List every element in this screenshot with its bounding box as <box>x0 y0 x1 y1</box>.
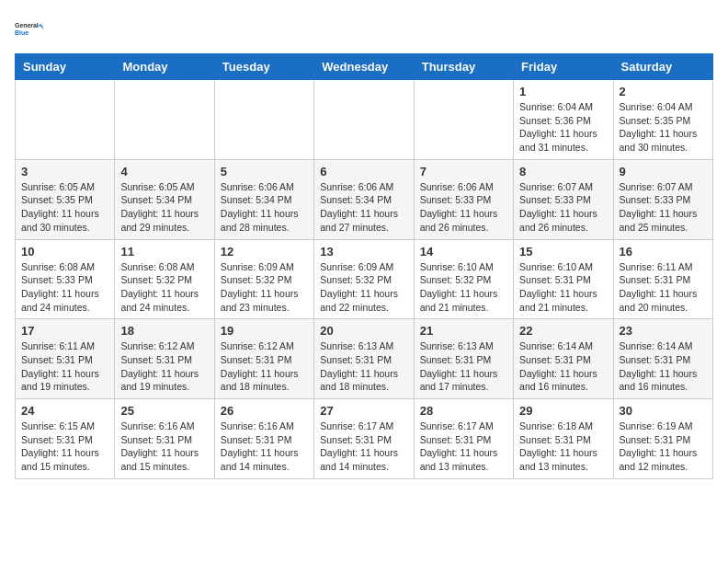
calendar-cell: 12Sunrise: 6:09 AM Sunset: 5:32 PM Dayli… <box>214 239 313 319</box>
calendar-cell: 26Sunrise: 6:16 AM Sunset: 5:31 PM Dayli… <box>214 399 313 479</box>
day-info: Sunrise: 6:13 AM Sunset: 5:31 PM Dayligh… <box>320 339 407 394</box>
calendar-cell: 29Sunrise: 6:18 AM Sunset: 5:31 PM Dayli… <box>514 399 613 479</box>
calendar-cell: 21Sunrise: 6:13 AM Sunset: 5:31 PM Dayli… <box>414 319 513 399</box>
day-number: 28 <box>420 404 507 418</box>
day-info: Sunrise: 6:06 AM Sunset: 5:34 PM Dayligh… <box>320 180 407 235</box>
day-info: Sunrise: 6:06 AM Sunset: 5:33 PM Dayligh… <box>420 180 507 235</box>
day-info: Sunrise: 6:07 AM Sunset: 5:33 PM Dayligh… <box>519 180 607 235</box>
column-header-thursday: Thursday <box>414 54 513 80</box>
day-number: 19 <box>221 324 308 338</box>
day-number: 16 <box>620 245 707 259</box>
calendar-cell: 2Sunrise: 6:04 AM Sunset: 5:35 PM Daylig… <box>613 80 712 160</box>
calendar-cell: 23Sunrise: 6:14 AM Sunset: 5:31 PM Dayli… <box>613 319 712 399</box>
svg-marker-2 <box>40 24 44 29</box>
calendar-cell <box>16 80 115 160</box>
day-info: Sunrise: 6:14 AM Sunset: 5:31 PM Dayligh… <box>519 339 607 394</box>
calendar-cell: 6Sunrise: 6:06 AM Sunset: 5:34 PM Daylig… <box>314 159 414 239</box>
column-header-friday: Friday <box>514 54 613 80</box>
day-number: 2 <box>620 85 707 98</box>
calendar-header-row: SundayMondayTuesdayWednesdayThursdayFrid… <box>16 54 713 80</box>
day-number: 11 <box>120 245 208 259</box>
day-number: 18 <box>120 324 208 338</box>
day-number: 25 <box>120 404 208 418</box>
day-info: Sunrise: 6:17 AM Sunset: 5:31 PM Dayligh… <box>320 419 407 474</box>
day-info: Sunrise: 6:06 AM Sunset: 5:34 PM Dayligh… <box>221 180 308 235</box>
day-info: Sunrise: 6:05 AM Sunset: 5:34 PM Dayligh… <box>120 180 208 235</box>
day-number: 20 <box>320 324 407 338</box>
calendar-cell: 28Sunrise: 6:17 AM Sunset: 5:31 PM Dayli… <box>414 399 513 479</box>
logo-icon: General Blue <box>15 15 44 44</box>
day-info: Sunrise: 6:14 AM Sunset: 5:31 PM Dayligh… <box>620 339 707 394</box>
calendar-week-2: 10Sunrise: 6:08 AM Sunset: 5:33 PM Dayli… <box>16 239 713 319</box>
calendar-cell: 8Sunrise: 6:07 AM Sunset: 5:33 PM Daylig… <box>514 159 613 239</box>
day-info: Sunrise: 6:16 AM Sunset: 5:31 PM Dayligh… <box>120 419 208 474</box>
day-number: 5 <box>221 165 308 178</box>
calendar-cell: 15Sunrise: 6:10 AM Sunset: 5:31 PM Dayli… <box>514 239 613 319</box>
column-header-saturday: Saturday <box>613 54 712 80</box>
day-number: 12 <box>221 245 308 259</box>
day-info: Sunrise: 6:16 AM Sunset: 5:31 PM Dayligh… <box>221 419 308 474</box>
column-header-monday: Monday <box>115 54 214 80</box>
day-info: Sunrise: 6:18 AM Sunset: 5:31 PM Dayligh… <box>519 419 607 474</box>
calendar-cell <box>214 80 313 160</box>
calendar-cell: 16Sunrise: 6:11 AM Sunset: 5:31 PM Dayli… <box>613 239 712 319</box>
calendar-body: 1Sunrise: 6:04 AM Sunset: 5:36 PM Daylig… <box>16 80 713 479</box>
day-number: 8 <box>519 165 607 178</box>
day-number: 23 <box>620 324 707 338</box>
calendar-cell: 5Sunrise: 6:06 AM Sunset: 5:34 PM Daylig… <box>214 159 313 239</box>
day-info: Sunrise: 6:09 AM Sunset: 5:32 PM Dayligh… <box>221 260 308 315</box>
day-number: 3 <box>21 165 108 178</box>
calendar-cell: 19Sunrise: 6:12 AM Sunset: 5:31 PM Dayli… <box>214 319 313 399</box>
column-header-tuesday: Tuesday <box>214 54 313 80</box>
calendar-cell <box>414 80 513 160</box>
calendar-week-4: 24Sunrise: 6:15 AM Sunset: 5:31 PM Dayli… <box>16 399 713 479</box>
calendar-table: SundayMondayTuesdayWednesdayThursdayFrid… <box>15 53 713 479</box>
day-number: 10 <box>21 245 108 259</box>
day-info: Sunrise: 6:04 AM Sunset: 5:36 PM Dayligh… <box>519 100 607 155</box>
svg-text:Blue: Blue <box>15 29 28 36</box>
day-number: 14 <box>420 245 507 259</box>
day-info: Sunrise: 6:12 AM Sunset: 5:31 PM Dayligh… <box>120 339 208 394</box>
day-info: Sunrise: 6:12 AM Sunset: 5:31 PM Dayligh… <box>221 339 308 394</box>
day-info: Sunrise: 6:04 AM Sunset: 5:35 PM Dayligh… <box>620 100 707 155</box>
day-number: 21 <box>420 324 507 338</box>
day-number: 26 <box>221 404 308 418</box>
logo: General Blue <box>15 15 48 44</box>
day-number: 13 <box>320 245 407 259</box>
day-info: Sunrise: 6:15 AM Sunset: 5:31 PM Dayligh… <box>21 419 108 474</box>
calendar-cell: 14Sunrise: 6:10 AM Sunset: 5:32 PM Dayli… <box>414 239 513 319</box>
calendar-cell: 18Sunrise: 6:12 AM Sunset: 5:31 PM Dayli… <box>115 319 214 399</box>
calendar-cell: 13Sunrise: 6:09 AM Sunset: 5:32 PM Dayli… <box>314 239 414 319</box>
calendar-cell: 4Sunrise: 6:05 AM Sunset: 5:34 PM Daylig… <box>115 159 214 239</box>
day-number: 17 <box>21 324 108 338</box>
day-info: Sunrise: 6:19 AM Sunset: 5:31 PM Dayligh… <box>620 419 707 474</box>
calendar-cell: 1Sunrise: 6:04 AM Sunset: 5:36 PM Daylig… <box>514 80 613 160</box>
day-number: 24 <box>21 404 108 418</box>
day-info: Sunrise: 6:05 AM Sunset: 5:35 PM Dayligh… <box>21 180 108 235</box>
calendar-cell: 24Sunrise: 6:15 AM Sunset: 5:31 PM Dayli… <box>16 399 115 479</box>
calendar-week-0: 1Sunrise: 6:04 AM Sunset: 5:36 PM Daylig… <box>16 80 713 160</box>
column-header-wednesday: Wednesday <box>314 54 414 80</box>
day-info: Sunrise: 6:17 AM Sunset: 5:31 PM Dayligh… <box>420 419 507 474</box>
day-info: Sunrise: 6:10 AM Sunset: 5:31 PM Dayligh… <box>519 260 607 315</box>
day-number: 4 <box>120 165 208 178</box>
day-number: 6 <box>320 165 407 178</box>
day-info: Sunrise: 6:08 AM Sunset: 5:33 PM Dayligh… <box>21 260 108 315</box>
day-info: Sunrise: 6:11 AM Sunset: 5:31 PM Dayligh… <box>21 339 108 394</box>
calendar-week-1: 3Sunrise: 6:05 AM Sunset: 5:35 PM Daylig… <box>16 159 713 239</box>
page-header: General Blue <box>15 15 713 44</box>
calendar-cell: 30Sunrise: 6:19 AM Sunset: 5:31 PM Dayli… <box>613 399 712 479</box>
column-header-sunday: Sunday <box>16 54 115 80</box>
calendar-cell: 22Sunrise: 6:14 AM Sunset: 5:31 PM Dayli… <box>514 319 613 399</box>
day-info: Sunrise: 6:13 AM Sunset: 5:31 PM Dayligh… <box>420 339 507 394</box>
day-info: Sunrise: 6:08 AM Sunset: 5:32 PM Dayligh… <box>120 260 208 315</box>
day-number: 1 <box>519 85 607 98</box>
day-number: 29 <box>519 404 607 418</box>
day-info: Sunrise: 6:09 AM Sunset: 5:32 PM Dayligh… <box>320 260 407 315</box>
day-number: 22 <box>519 324 607 338</box>
day-number: 15 <box>519 245 607 259</box>
day-info: Sunrise: 6:10 AM Sunset: 5:32 PM Dayligh… <box>420 260 507 315</box>
calendar-week-3: 17Sunrise: 6:11 AM Sunset: 5:31 PM Dayli… <box>16 319 713 399</box>
calendar-cell: 3Sunrise: 6:05 AM Sunset: 5:35 PM Daylig… <box>16 159 115 239</box>
calendar-cell: 25Sunrise: 6:16 AM Sunset: 5:31 PM Dayli… <box>115 399 214 479</box>
